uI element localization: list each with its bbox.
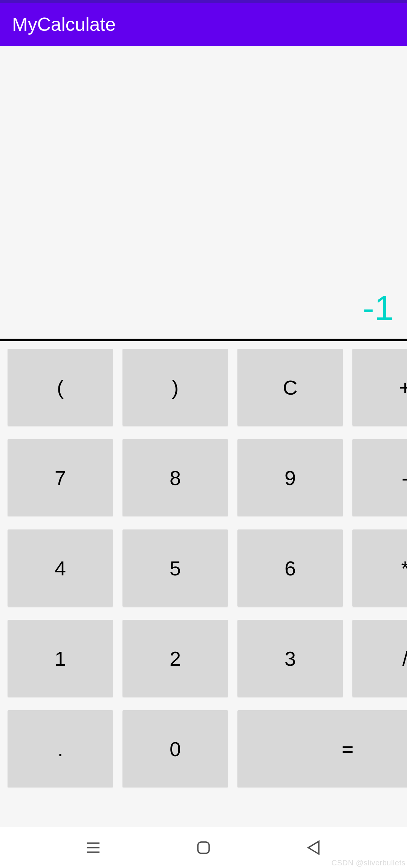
key-multiply[interactable]: *	[352, 529, 407, 607]
svg-rect-3	[198, 842, 209, 853]
key-2[interactable]: 2	[122, 620, 228, 697]
back-icon[interactable]	[305, 839, 323, 856]
key-4[interactable]: 4	[8, 529, 113, 607]
key-dot[interactable]: .	[8, 710, 113, 787]
keypad: ( ) C + 7 8 9 - 4 5 6 * 1 2 3 / . 0 =	[0, 341, 407, 795]
key-5[interactable]: 5	[122, 529, 228, 607]
recent-apps-icon[interactable]	[84, 839, 102, 856]
key-6[interactable]: 6	[237, 529, 343, 607]
key-left-paren[interactable]: (	[8, 349, 113, 426]
app-title: MyCalculate	[12, 14, 116, 35]
keypad-spacer	[0, 795, 407, 827]
status-bar	[0, 0, 407, 3]
svg-marker-4	[308, 841, 319, 854]
key-minus[interactable]: -	[352, 439, 407, 516]
key-3[interactable]: 3	[237, 620, 343, 697]
key-0[interactable]: 0	[122, 710, 228, 787]
key-8[interactable]: 8	[122, 439, 228, 516]
key-9[interactable]: 9	[237, 439, 343, 516]
key-clear[interactable]: C	[237, 349, 343, 426]
display-value: -1	[363, 288, 394, 328]
key-7[interactable]: 7	[8, 439, 113, 516]
key-right-paren[interactable]: )	[122, 349, 228, 426]
key-equals[interactable]: =	[237, 710, 407, 787]
key-1[interactable]: 1	[8, 620, 113, 697]
app-bar: MyCalculate	[0, 3, 407, 46]
display-area: -1	[0, 46, 407, 339]
home-icon[interactable]	[195, 839, 212, 856]
calculator-screen: MyCalculate -1 ( ) C + 7 8 9 - 4 5 6 * 1…	[0, 0, 407, 868]
watermark: CSDN @sliverbullets	[331, 859, 405, 867]
key-plus[interactable]: +	[352, 349, 407, 426]
key-divide[interactable]: /	[352, 620, 407, 697]
